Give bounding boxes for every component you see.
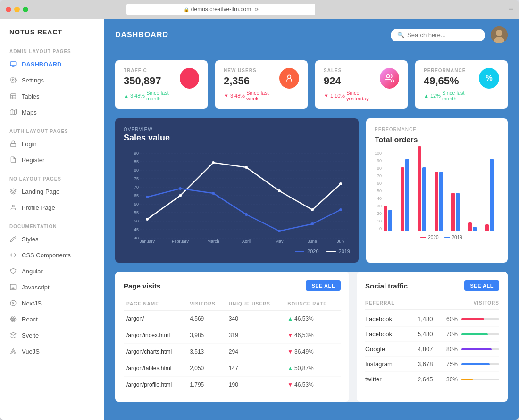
new-tab-button[interactable]: + <box>508 5 513 15</box>
sidebar-item-maps[interactable]: Maps <box>0 104 104 120</box>
progress-bar <box>461 348 499 350</box>
svg-marker-8 <box>10 109 17 115</box>
progress-fill <box>461 363 490 365</box>
legend-2019-label: 2019 <box>339 248 350 254</box>
unique-cell: 147 <box>226 360 285 377</box>
sidebar-item-settings[interactable]: Settings <box>0 72 104 88</box>
visitors-cell: 3,985 <box>187 327 226 344</box>
social-pct: 75% <box>441 361 458 368</box>
svg-text:May: May <box>275 239 284 243</box>
sidebar-item-landing[interactable]: Landing Page <box>0 183 104 199</box>
sidebar-item-css[interactable]: CSS Components <box>0 247 104 263</box>
url-bar[interactable]: 🔒 demos.creative-tim.com ⟳ <box>126 4 315 15</box>
social-pct: 30% <box>441 376 458 383</box>
tables-wrapper: Page visits SEE ALL PAGE NAME VISITORS U… <box>115 272 508 402</box>
bar-pink-7 <box>485 224 489 231</box>
sidebar-item-js[interactable]: Javascript <box>0 279 104 295</box>
svg-point-65 <box>146 196 149 198</box>
bar-legend-2019-label: 2019 <box>452 235 462 240</box>
nolayout-section-label: NO LAYOUT PAGES <box>0 173 104 183</box>
page-visits-see-all[interactable]: SEE ALL <box>306 280 341 291</box>
tables-section: Page visits SEE ALL PAGE NAME VISITORS U… <box>115 272 508 402</box>
svg-text:85: 85 <box>134 159 139 164</box>
col-unique: UNIQUE USERS <box>226 297 285 311</box>
svg-point-27 <box>288 75 291 78</box>
brand-logo: NOTUS REACT <box>0 28 104 45</box>
maximize-button[interactable] <box>23 7 28 12</box>
search-input[interactable] <box>407 32 478 39</box>
svg-point-62 <box>278 189 281 192</box>
stat-card-newusers: NEW USERS 2,356 ▼ 3.48% Since last week <box>215 60 308 109</box>
sidebar-item-styles[interactable]: Styles <box>0 231 104 247</box>
user-icon <box>9 204 17 211</box>
sidebar-item-react[interactable]: React <box>0 311 104 327</box>
svg-point-69 <box>278 230 281 232</box>
search-icon: 🔍 <box>397 32 404 38</box>
svg-rect-16 <box>10 284 16 290</box>
styles-label: Styles <box>22 236 38 243</box>
bar-group-4 <box>435 172 449 231</box>
legend-2020-dot <box>295 251 304 252</box>
bounce-cell: ▼46,53% <box>285 327 341 344</box>
table-row: /argon/profile.html 1,795 190 ▼46,53% <box>124 377 341 393</box>
bar-chart-legend: 2020 2019 <box>384 235 499 240</box>
login-label: Login <box>22 140 37 148</box>
landing-label: Landing Page <box>22 188 59 195</box>
sidebar-item-angular[interactable]: Angular <box>0 263 104 279</box>
bar-legend-blue-dot <box>444 237 450 238</box>
bar-blue-1 <box>388 210 392 231</box>
bounce-cell: ▼36,49% <box>285 344 341 360</box>
social-visitors: 1,480 <box>418 315 441 322</box>
sidebar-item-vuejs[interactable]: VueJS <box>0 343 104 359</box>
sidebar-item-nextjs[interactable]: NextJS <box>0 295 104 311</box>
social-col-visitors: VISITORS <box>474 300 500 305</box>
bar-legend-2020: 2020 <box>420 235 438 240</box>
vuejs-label: VueJS <box>22 348 40 355</box>
bar-pink-3 <box>418 146 421 231</box>
minimize-button[interactable] <box>14 7 20 12</box>
sidebar-item-login[interactable]: Login <box>0 136 104 152</box>
react-label: React <box>22 316 38 323</box>
bounce-cell: ▼46,53% <box>285 377 341 393</box>
sidebar-item-profile[interactable]: Profile Page <box>0 199 104 215</box>
social-visitors: 5,480 <box>418 330 441 338</box>
svg-point-64 <box>339 182 342 185</box>
svg-marker-12 <box>10 189 16 191</box>
svg-point-60 <box>212 161 215 164</box>
code-icon <box>9 251 17 259</box>
social-name: Instagram <box>365 361 418 368</box>
legend-2019: 2019 <box>326 248 350 254</box>
sales-label: SALES <box>324 68 380 73</box>
svg-point-71 <box>339 208 342 211</box>
stat-card-traffic: TRAFFIC 350,897 ▲ 3.48% Since last month <box>115 60 208 109</box>
svg-rect-0 <box>10 62 16 66</box>
list-item: Facebook 5,480 70% <box>365 327 499 342</box>
maps-label: Maps <box>22 109 37 116</box>
social-pct: 60% <box>441 316 458 322</box>
traffic-label: TRAFFIC <box>124 68 180 73</box>
social-see-all[interactable]: SEE ALL <box>464 280 499 291</box>
visitors-cell: 1,795 <box>187 377 226 393</box>
svg-line-14 <box>15 236 16 237</box>
linechart-section-label: OVERVIEW <box>124 127 350 132</box>
sidebar-item-dashboard[interactable]: DASHBOARD <box>0 56 104 72</box>
sidebar-item-tables[interactable]: Tables <box>0 88 104 104</box>
progress-fill <box>461 333 488 335</box>
unique-cell: 340 <box>226 311 285 327</box>
legend-2020: 2020 <box>295 248 318 254</box>
svg-point-25 <box>496 30 502 36</box>
social-pct: 70% <box>441 331 458 338</box>
sidebar-item-register[interactable]: Register <box>0 152 104 168</box>
perf-label: PERFORMANCE <box>424 68 479 73</box>
social-traffic-card: Social traffic SEE ALL REFERRAL VISITORS… <box>357 272 508 402</box>
svg-text:90: 90 <box>134 151 139 156</box>
avatar <box>491 26 508 43</box>
close-button[interactable] <box>6 7 11 12</box>
bar-groups <box>384 146 499 231</box>
table-row: /argon/ 4,569 340 ▲46,53% <box>124 311 341 327</box>
visitors-cell: 4,569 <box>187 311 226 327</box>
svg-text:55: 55 <box>134 210 139 215</box>
svg-point-3 <box>12 79 14 81</box>
sidebar-item-svelte[interactable]: Svelte <box>0 327 104 343</box>
progress-fill <box>461 348 492 350</box>
